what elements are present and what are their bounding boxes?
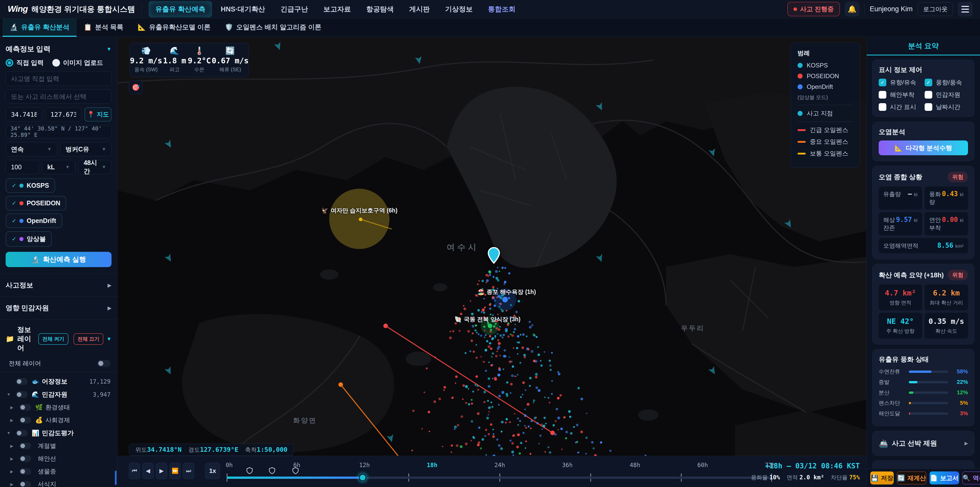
display-option-checkbox[interactable]: ✓ 유향/유속 [879, 78, 922, 86]
timeline-tick-label[interactable]: 18h [427, 462, 438, 468]
all-layers-off-button[interactable]: 전체 끄기 [73, 333, 103, 345]
incident-name-input[interactable] [6, 72, 111, 86]
layer-toggle[interactable] [19, 417, 31, 423]
timeline-tick-label[interactable]: 48h [630, 462, 640, 468]
layer-toggle[interactable] [16, 430, 27, 436]
layer-toggle[interactable] [19, 442, 31, 449]
layer-row[interactable]: ▶ 해안선 [4, 452, 113, 465]
timeline-tick-label[interactable]: 0h [226, 462, 233, 468]
farm-marker-label[interactable]: 🐚 국동 전복 양식장 (3h) [454, 315, 520, 323]
run-prediction-button[interactable]: 🔬 확산예측 실행 [6, 252, 111, 267]
target-tool-button[interactable]: 🎯 [129, 80, 143, 94]
tab[interactable]: 🔬 유출유 확산분석 [3, 18, 76, 37]
nav-menu-item[interactable]: 통합조회 [481, 1, 522, 18]
tree-arrow-icon[interactable]: ▶ [10, 457, 17, 461]
oilfence-marker-icon[interactable] [246, 467, 253, 474]
model-chip[interactable]: ✓ 앙상블 [6, 231, 52, 247]
layer-row[interactable]: 🐟 어장정보 17,129 [4, 375, 113, 388]
playback-button[interactable]: ⏮ [129, 463, 140, 479]
display-option-checkbox[interactable]: ✓ 시간 표시 [879, 103, 922, 111]
nav-menu-item[interactable]: 유출유 확산예측 [148, 1, 212, 18]
vessel-spec-card[interactable]: 🚢 사고 선박 제원 ▶ [872, 431, 974, 456]
nav-menu-item[interactable]: 항공탐색 [360, 1, 401, 18]
timeline-tick-label[interactable]: 24h [494, 462, 505, 468]
notifications-button[interactable]: 🔔 [845, 2, 859, 16]
layer-toggle[interactable] [19, 455, 31, 462]
layer-row[interactable]: ▶ 생물종 [4, 465, 113, 478]
playback-button[interactable]: ◀ [142, 463, 154, 479]
timeline-track[interactable] [227, 477, 771, 479]
speed-button[interactable]: 1x [205, 463, 220, 479]
model-chip[interactable]: ✓ KOSPS [6, 178, 55, 193]
display-option-checkbox[interactable]: ✓ 민감자원 [924, 91, 968, 99]
action-button[interactable]: 💾 저장 [870, 471, 894, 484]
nav-menu-item[interactable]: 긴급구난 [274, 1, 315, 18]
timeline-thumb[interactable] [359, 474, 366, 481]
sidebar-section-impact-resources[interactable]: 영향 민감자원 ▶ [0, 297, 117, 319]
layer-row[interactable]: ▶ 🌿 환경생태 [4, 401, 113, 414]
layer-row[interactable]: ▼ 📊 민감도평가 [4, 426, 113, 439]
tree-arrow-icon[interactable]: ▶ [10, 405, 17, 410]
tab[interactable]: 📐 유출유확산모델 이론 [130, 18, 218, 37]
sidebar-section-incident-info[interactable]: 사고정보 ▶ [0, 274, 117, 297]
all-layers-on-button[interactable]: 전체 켜기 [38, 333, 68, 345]
layer-row[interactable]: ▶ 💰 사회경제 [4, 414, 113, 426]
sidebar-scrollbar[interactable] [115, 471, 117, 485]
unit-select[interactable]: kL ▼ [42, 160, 75, 174]
model-chip[interactable]: ✓ OpenDrift [6, 214, 62, 228]
amount-input[interactable] [6, 160, 39, 174]
display-option-checkbox[interactable]: ✓ 날짜시간 [924, 103, 968, 111]
latitude-input[interactable] [6, 107, 42, 121]
nav-menu-item[interactable]: 기상정보 [438, 1, 479, 18]
layer-toggle[interactable] [19, 404, 31, 410]
layer-row[interactable]: ▼ 🌊 민감자원 3,947 [4, 388, 113, 401]
tab[interactable]: 🛡️ 오일펜스 배치 알고리즘 이론 [218, 18, 328, 37]
display-option-checkbox[interactable]: ✓ 해안부착 [879, 91, 922, 99]
beach-marker-label[interactable]: 🏖️ 종포 해수욕장 (1h) [477, 288, 536, 296]
menu-button[interactable] [958, 2, 972, 16]
layer-row[interactable]: ▶ 서식지 [4, 478, 113, 487]
longitude-input[interactable] [45, 107, 82, 121]
wetland-marker-label[interactable]: 🦅 여자만 습지보호구역 (6h) [321, 207, 398, 214]
collapse-icon[interactable]: ▼ [107, 336, 111, 342]
polygon-analysis-button[interactable]: 📐 다각형 분석수행 [879, 141, 968, 155]
layer-toggle[interactable] [19, 468, 31, 475]
tree-arrow-icon[interactable]: ▼ [6, 392, 13, 397]
tree-arrow-icon[interactable]: ▶ [10, 482, 17, 487]
playback-button[interactable]: ▶ [156, 463, 167, 479]
tree-arrow-icon[interactable]: ▶ [10, 444, 17, 449]
radio-direct-input[interactable]: 직접 입력 [6, 59, 44, 67]
layer-row[interactable]: ▶ 계절별 [4, 439, 113, 452]
collapse-icon[interactable]: ▼ [107, 46, 111, 52]
pick-on-map-button[interactable]: 📍 지도 [84, 107, 111, 121]
oilfence-marker-icon[interactable] [269, 467, 275, 474]
nav-menu-item[interactable]: HNS·대기확산 [214, 1, 272, 18]
timeline-tick-label[interactable]: 12h [359, 462, 370, 468]
incident-pin-icon[interactable] [487, 247, 501, 264]
layer-toggle[interactable] [16, 391, 27, 398]
tab[interactable]: 📋 분석 목록 [76, 18, 130, 37]
tree-arrow-icon[interactable]: ▼ [6, 431, 13, 436]
action-button[interactable]: 🔍 역추적 [962, 471, 980, 484]
action-button[interactable]: 📄 보고서 [929, 471, 959, 484]
map-canvas[interactable]: 💨 9.2 m/s 풍속 (SW) 🌊 1.8 m 파고 🌡️ 9.2°C 수 [118, 37, 866, 456]
nav-menu-item[interactable]: 보고자료 [317, 1, 358, 18]
incident-list-input[interactable] [6, 89, 111, 104]
playback-button[interactable]: ⏭ [183, 463, 194, 479]
nav-menu-item[interactable]: 게시판 [402, 1, 436, 18]
model-chip[interactable]: ✓ POSEIDON [6, 196, 66, 211]
layer-toggle[interactable] [19, 481, 31, 487]
duration-select[interactable]: 48시간 ▼ [78, 160, 111, 174]
oil-type-select[interactable]: 벙커C유 ▼ [60, 142, 112, 156]
timeline-tick-label[interactable]: 36h [562, 462, 573, 468]
timeline-tick-label[interactable]: 60h [697, 462, 708, 468]
all-layers-toggle[interactable] [97, 360, 110, 367]
radio-image-upload[interactable]: 이미지 업로드 [52, 59, 103, 67]
display-option-checkbox[interactable]: ✓ 풍향/풍속 [924, 78, 968, 86]
oilfence-marker-icon[interactable] [292, 467, 299, 474]
playback-button[interactable]: ⏩ [169, 463, 181, 479]
tree-arrow-icon[interactable]: ▶ [10, 469, 17, 474]
layer-toggle[interactable] [16, 378, 27, 385]
logout-button[interactable]: 로그아웃 [918, 2, 953, 16]
spill-type-select[interactable]: 연속 ▼ [6, 142, 57, 156]
